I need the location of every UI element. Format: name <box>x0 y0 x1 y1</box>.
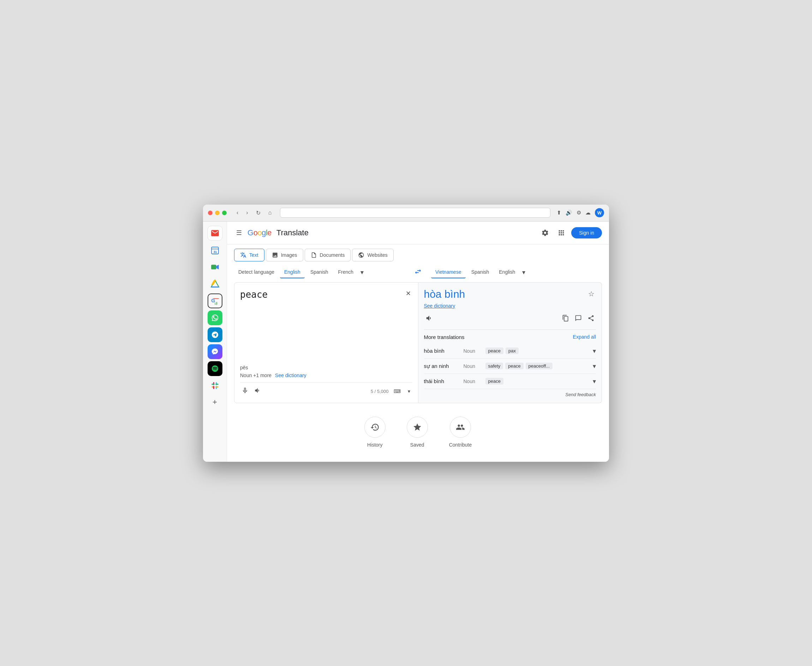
sidebar-item-whatsapp[interactable] <box>208 310 222 325</box>
sidebar-item-telegram[interactable] <box>208 327 222 342</box>
sidebar-item-calendar[interactable]: 31 <box>208 243 222 257</box>
copy-translation-button[interactable] <box>561 313 571 325</box>
tr-tag: peace <box>485 378 503 384</box>
target-lang-more-button[interactable]: ▾ <box>521 267 527 278</box>
keyboard-button[interactable]: ⌨ <box>392 388 403 395</box>
tab-images[interactable]: Images <box>266 249 303 261</box>
target-audio-button[interactable] <box>424 313 435 325</box>
tab-documents-label: Documents <box>320 252 345 258</box>
apps-button[interactable] <box>555 226 568 239</box>
target-panel: hòa bình ☆ See dictionary <box>418 282 602 403</box>
tr-expand-3[interactable]: ▾ <box>593 378 596 385</box>
logo-g: G <box>248 228 253 237</box>
source-text-input[interactable]: peace <box>240 288 404 314</box>
translation-panels: peace ✕ pēs Noun +1 more See dictionary <box>227 279 609 406</box>
history-icon-circle <box>364 417 385 438</box>
maximize-dot[interactable] <box>222 211 227 215</box>
forward-button[interactable]: › <box>244 208 250 217</box>
tr-tag: peace <box>485 348 503 354</box>
tr-word-2: sự an ninh <box>424 363 459 369</box>
tr-expand-2[interactable]: ▾ <box>593 362 596 370</box>
swap-languages-button[interactable] <box>412 265 424 279</box>
nav-buttons: ‹ › ↻ ⌂ <box>235 208 274 218</box>
sidebar-item-gmail[interactable] <box>208 226 222 241</box>
source-spanish-button[interactable]: Spanish <box>306 266 332 278</box>
volume-icon[interactable]: 🔊 <box>566 209 572 216</box>
send-feedback-text: Send feedback <box>424 392 596 397</box>
sign-in-button[interactable]: Sign in <box>571 227 602 239</box>
tab-documents[interactable]: Documents <box>305 249 351 261</box>
sidebar-item-slack[interactable] <box>208 378 222 393</box>
target-english-button[interactable]: English <box>494 266 519 278</box>
feedback-button[interactable] <box>573 313 583 325</box>
language-selector-area: Detect language English Spanish French ▾… <box>227 261 609 279</box>
svg-text:译: 译 <box>214 301 217 305</box>
table-row: hòa bình Noun peace pax ▾ <box>424 344 596 359</box>
clear-input-button[interactable]: ✕ <box>404 288 412 299</box>
tr-type-3: Noun <box>463 379 481 384</box>
hamburger-menu-button[interactable]: ☰ <box>234 227 244 239</box>
svg-rect-17 <box>215 383 218 384</box>
tr-expand-1[interactable]: ▾ <box>593 347 596 355</box>
send-feedback-link[interactable]: Send feedback <box>565 392 596 397</box>
more-translations-header: More translations Expand all <box>424 334 596 340</box>
upload-icon[interactable]: ⬆ <box>557 209 561 216</box>
profile-button[interactable]: W <box>595 208 604 217</box>
source-french-button[interactable]: French <box>334 266 358 278</box>
expand-all-button[interactable]: Expand all <box>573 334 596 340</box>
tr-tags-2: safety peace peaceoff... <box>485 363 589 369</box>
contribute-button[interactable]: Contribute <box>449 417 472 448</box>
settings-icon[interactable]: ⚙ <box>577 209 581 216</box>
gt-header: ☰ Google Translate Sign in <box>227 221 609 244</box>
reload-button[interactable]: ↻ <box>254 208 263 218</box>
target-see-dictionary-link[interactable]: See dictionary <box>424 303 596 309</box>
tr-type-2: Noun <box>463 363 481 369</box>
settings-button[interactable] <box>539 226 551 239</box>
sidebar-item-meet[interactable] <box>208 260 222 274</box>
minimize-dot[interactable] <box>215 211 220 215</box>
saved-button[interactable]: Saved <box>407 417 428 448</box>
back-button[interactable]: ‹ <box>235 208 240 217</box>
add-app-button[interactable]: + <box>209 397 221 408</box>
header-actions: Sign in <box>539 226 602 239</box>
target-top: hòa bình ☆ <box>424 288 596 300</box>
translate-tabs: Text Images Documents Websites <box>227 244 609 261</box>
microphone-button[interactable] <box>240 386 250 397</box>
target-translation-text: hòa bình <box>424 288 465 300</box>
cloud-icon[interactable]: ☁ <box>585 209 590 216</box>
source-lang-more-button[interactable]: ▾ <box>359 267 365 278</box>
history-button[interactable]: History <box>364 417 385 448</box>
target-vietnamese-button[interactable]: Vietnamese <box>431 266 466 278</box>
source-english-button[interactable]: English <box>280 266 305 278</box>
noun-line: Noun +1 more See dictionary <box>240 373 412 378</box>
audio-controls <box>240 386 263 397</box>
save-translation-button[interactable]: ☆ <box>587 288 596 300</box>
address-bar[interactable]: Google Translate <box>280 208 551 218</box>
source-audio-button[interactable] <box>253 386 263 397</box>
target-spanish-button[interactable]: Spanish <box>467 266 494 278</box>
source-lang-selector: Detect language English Spanish French ▾ <box>234 266 405 278</box>
sidebar-apps: 31 G译 <box>203 221 227 462</box>
table-row: thái bình Noun peace ▾ <box>424 374 596 389</box>
tr-tag: peace <box>505 363 523 369</box>
sidebar-item-drive[interactable] <box>208 277 222 292</box>
see-dictionary-link[interactable]: See dictionary <box>275 373 306 378</box>
contribute-icon-circle <box>450 417 471 438</box>
detect-language-button[interactable]: Detect language <box>234 266 279 278</box>
sidebar-item-messenger[interactable] <box>208 344 222 359</box>
share-button[interactable] <box>586 313 596 325</box>
sidebar-item-translate[interactable]: G译 <box>208 293 222 308</box>
close-dot[interactable] <box>208 211 213 215</box>
tr-word-1: hòa bình <box>424 348 459 354</box>
svg-rect-15 <box>213 386 214 389</box>
tab-text[interactable]: Text <box>234 249 265 261</box>
saved-icon-circle <box>407 417 428 438</box>
keyboard-dropdown[interactable]: ▾ <box>406 388 412 395</box>
tab-websites[interactable]: Websites <box>352 249 393 261</box>
source-panel: peace ✕ pēs Noun +1 more See dictionary <box>234 282 418 403</box>
home-button[interactable]: ⌂ <box>266 208 274 217</box>
tr-tags-1: peace pax <box>485 348 589 354</box>
svg-marker-6 <box>211 280 216 285</box>
logo-e: e <box>267 228 271 237</box>
sidebar-item-spotify[interactable] <box>208 361 222 376</box>
